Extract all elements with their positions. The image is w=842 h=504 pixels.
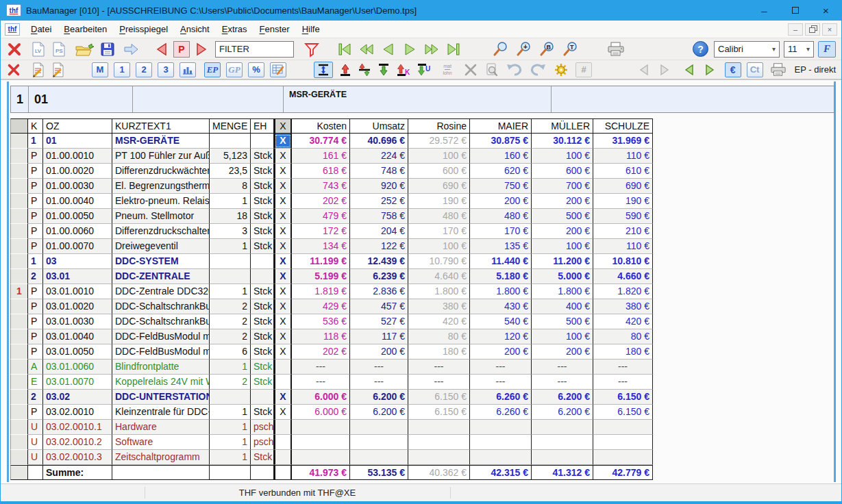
cell-eh[interactable]: psch bbox=[251, 420, 274, 435]
cell-kosten[interactable]: 161 € bbox=[292, 149, 350, 164]
percent-view-button[interactable]: % bbox=[248, 62, 264, 77]
cell-rosine[interactable]: 10.790 € bbox=[408, 254, 470, 269]
cell-kosten[interactable]: 536 € bbox=[292, 314, 350, 329]
zoom-button[interactable] bbox=[492, 40, 510, 58]
cell-menge[interactable] bbox=[210, 390, 251, 405]
cell-x[interactable]: X bbox=[274, 149, 292, 164]
column-header-MÜLLER[interactable]: MÜLLER bbox=[532, 118, 593, 134]
close-file-button[interactable] bbox=[6, 41, 23, 58]
cell-maier[interactable]: 42.315 € bbox=[470, 465, 532, 480]
cell-maier[interactable]: --- bbox=[470, 375, 532, 390]
cell-mueller[interactable]: 1.800 € bbox=[532, 284, 593, 299]
cell-menge[interactable]: 2 bbox=[210, 299, 251, 314]
cell-oz[interactable]: 01.00.0060 bbox=[43, 224, 112, 239]
cell-k[interactable]: P bbox=[28, 149, 43, 164]
cell-eh[interactable]: Stck bbox=[251, 194, 274, 209]
nav-first-button[interactable] bbox=[336, 42, 353, 57]
cell-umsatz[interactable]: --- bbox=[350, 360, 408, 375]
cell-umsatz[interactable]: 6.200 € bbox=[350, 390, 408, 405]
cell-k[interactable]: 2 bbox=[28, 390, 43, 405]
cell-marker[interactable] bbox=[10, 435, 28, 450]
cell-mueller[interactable] bbox=[532, 435, 593, 450]
cell-menge[interactable]: 2 bbox=[210, 314, 251, 329]
cell-oz[interactable]: 03.01 bbox=[43, 269, 112, 284]
cell-menge[interactable]: 1 bbox=[210, 420, 251, 435]
maximize-button[interactable] bbox=[780, 0, 810, 21]
cell-maier[interactable]: 170 € bbox=[470, 224, 532, 239]
cell-oz[interactable]: 03.01.0010 bbox=[43, 284, 112, 299]
minimize-button[interactable]: – bbox=[749, 0, 780, 21]
cell-mueller[interactable]: 6.200 € bbox=[532, 405, 593, 420]
cell-kosten[interactable] bbox=[292, 420, 350, 435]
cell-text[interactable]: Pneum. Stellmotor bbox=[112, 209, 210, 224]
cell-eh[interactable]: Stck bbox=[251, 314, 274, 329]
cell-kosten[interactable]: 118 € bbox=[292, 329, 350, 344]
cell-oz[interactable]: 01.00.0050 bbox=[43, 209, 112, 224]
export-button[interactable] bbox=[123, 42, 140, 57]
cell-rosine[interactable]: --- bbox=[408, 360, 470, 375]
cell-menge[interactable]: 1 bbox=[210, 284, 251, 299]
cell-oz[interactable]: 03 bbox=[43, 254, 112, 269]
mdi-restore-button[interactable] bbox=[805, 23, 820, 36]
cell-marker[interactable] bbox=[10, 149, 28, 164]
cell-x[interactable]: X bbox=[274, 239, 292, 254]
sort-min-button[interactable] bbox=[377, 63, 391, 77]
menu-datei[interactable]: Datei bbox=[25, 22, 58, 36]
help-button[interactable]: ? bbox=[693, 41, 708, 57]
cell-marker[interactable] bbox=[10, 405, 28, 420]
cell-x[interactable]: X bbox=[274, 405, 292, 420]
cell-x[interactable]: X bbox=[274, 329, 292, 344]
cell-marker[interactable] bbox=[10, 134, 28, 149]
cell-rosine[interactable]: 170 € bbox=[408, 224, 470, 239]
cell-rosine[interactable]: --- bbox=[408, 375, 470, 390]
cell-text[interactable]: Zeitschaltprogramm bbox=[112, 450, 210, 465]
column-header-MAIER[interactable]: MAIER bbox=[470, 118, 532, 134]
cell-marker[interactable] bbox=[10, 390, 28, 405]
cell-kosten[interactable]: 202 € bbox=[292, 344, 350, 360]
column-header-Kosten[interactable]: Kosten bbox=[292, 118, 350, 134]
cell-k[interactable]: 1 bbox=[28, 254, 43, 269]
cell-eh[interactable]: Stck bbox=[251, 360, 274, 375]
cell-schulze[interactable]: 380 € bbox=[593, 299, 653, 314]
view-m-button[interactable]: M bbox=[92, 62, 108, 77]
menu-fenster[interactable]: Fenster bbox=[253, 22, 296, 36]
menu-bearbeiten[interactable]: Bearbeiten bbox=[58, 22, 113, 36]
close-view-button[interactable] bbox=[6, 62, 21, 77]
cell-menge[interactable]: 2 bbox=[210, 329, 251, 344]
cell-k[interactable] bbox=[28, 465, 43, 480]
sort-umsatz-button[interactable]: U bbox=[417, 63, 432, 77]
cell-eh[interactable]: psch bbox=[251, 435, 274, 450]
column-header-EH[interactable]: EH bbox=[251, 118, 274, 134]
delete-button[interactable] bbox=[463, 62, 478, 77]
cell-schulze[interactable]: 110 € bbox=[593, 239, 653, 254]
nav-last-button[interactable] bbox=[445, 42, 462, 57]
cell-menge[interactable]: 6 bbox=[210, 344, 251, 360]
cell-menge[interactable]: 1 bbox=[210, 435, 251, 450]
prev-filter-button[interactable] bbox=[155, 42, 170, 57]
cell-umsatz[interactable]: 2.836 € bbox=[350, 284, 408, 299]
cell-oz[interactable]: 03.02 bbox=[43, 390, 112, 405]
cell-marker[interactable] bbox=[10, 450, 28, 465]
cell-maier[interactable]: 430 € bbox=[470, 299, 532, 314]
column-prev-button[interactable] bbox=[682, 63, 697, 77]
cell-oz[interactable]: 03.01.0070 bbox=[43, 375, 112, 390]
cell-x[interactable]: X bbox=[274, 134, 292, 149]
cell-mueller[interactable]: 30.112 € bbox=[532, 134, 593, 149]
column-header-MENGE[interactable]: MENGE bbox=[210, 118, 251, 134]
bidder-next-disabled-button[interactable] bbox=[656, 63, 671, 77]
cell-marker[interactable] bbox=[10, 314, 28, 329]
cell-mueller[interactable]: 200 € bbox=[532, 344, 593, 360]
cell-mueller[interactable]: 100 € bbox=[532, 149, 593, 164]
cell-mueller[interactable] bbox=[532, 450, 593, 465]
euro-mode-button[interactable]: € bbox=[725, 62, 741, 77]
cell-maier[interactable] bbox=[470, 420, 532, 435]
cell-menge[interactable] bbox=[210, 254, 251, 269]
cell-rosine[interactable]: 29.572 € bbox=[408, 134, 470, 149]
cell-eh[interactable]: Stck bbox=[251, 375, 274, 390]
cell-text[interactable]: Hardware bbox=[112, 420, 210, 435]
cell-rosine[interactable]: 380 € bbox=[408, 299, 470, 314]
cell-x[interactable]: X bbox=[274, 299, 292, 314]
menu-preisspiegel[interactable]: Preisspiegel bbox=[113, 22, 174, 36]
cell-menge[interactable]: 1 bbox=[210, 405, 251, 420]
cell-oz[interactable]: 01.00.0020 bbox=[43, 164, 112, 179]
